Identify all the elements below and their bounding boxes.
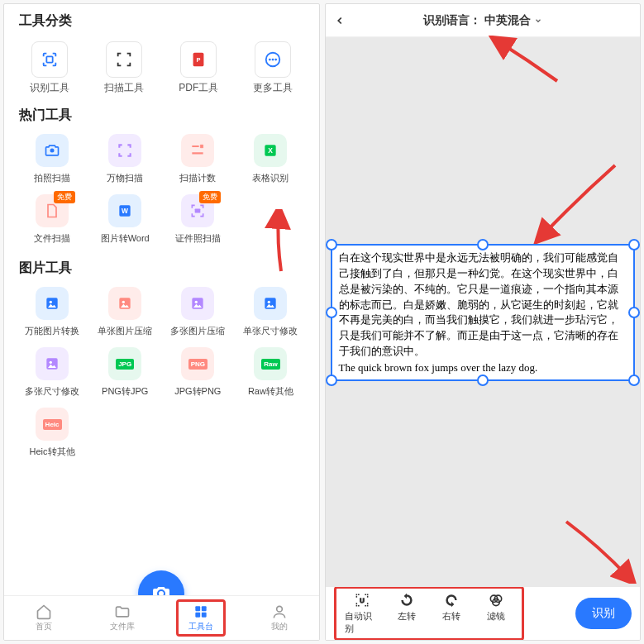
tool-label: 自动识别: [345, 610, 379, 635]
right-header: 识别语言： 中英混合: [326, 4, 641, 37]
svg-rect-28: [195, 613, 200, 618]
tool-rotate-right[interactable]: 右转: [434, 592, 469, 635]
img-tool-1[interactable]: 单张图片压缩: [88, 287, 161, 337]
nav-user[interactable]: 我的: [255, 603, 304, 632]
category-2[interactable]: PPDF工具: [165, 41, 231, 95]
crop-handle-tr[interactable]: [628, 239, 640, 250]
hot-tool-1[interactable]: 万物扫描: [88, 134, 161, 184]
hot-tool-2[interactable]: 扫描计数: [161, 134, 234, 184]
svg-text:P: P: [197, 56, 201, 64]
tool-label: 文件扫描: [34, 232, 70, 245]
hot-title: 热门工具: [4, 98, 319, 129]
count-icon: [181, 134, 214, 167]
img-tool-4[interactable]: 多张尺寸修改: [16, 347, 88, 398]
arrow-annotation: [532, 161, 623, 244]
scan-corners-icon: [106, 41, 142, 78]
image-tool-icon: [36, 347, 69, 380]
excel-icon: X: [254, 134, 287, 167]
nav-label: 文件库: [110, 621, 135, 632]
img-tool-2[interactable]: 多张图片压缩: [161, 287, 234, 337]
tool-label: 多张图片压缩: [170, 325, 225, 337]
img-tool-7[interactable]: RawRaw转其他: [234, 347, 307, 398]
more-icon: [255, 41, 291, 78]
tool-label: 左转: [398, 610, 416, 623]
tool-label: 拍照扫描: [34, 172, 70, 184]
svg-text:U: U: [360, 597, 364, 604]
idcard-icon: 免费: [181, 194, 214, 227]
image-tool-icon: [108, 287, 141, 320]
categories-row: 识别工具扫描工具PPDF工具更多工具: [4, 35, 319, 98]
arrow-annotation: [562, 518, 637, 584]
sample-text-cn: 白在这个现实世界中是永远无法被明确的，我们可能感觉自己接触到了白，但那只是一种幻…: [339, 250, 627, 360]
rotate-right-icon: [443, 592, 460, 608]
img-grid: 万能图片转换单张图片压缩多张图片压缩单张尺寸修改多张尺寸修改JPGPNG转JPG…: [4, 282, 319, 465]
tool-label: 万物扫描: [107, 172, 143, 184]
hot-tool-4[interactable]: 免费文件扫描: [16, 194, 88, 245]
image-tool-icon: [181, 287, 214, 320]
back-button[interactable]: [334, 15, 346, 26]
filter-icon: [488, 592, 504, 608]
svg-point-5: [272, 59, 274, 61]
folder-icon: [114, 603, 131, 620]
img-tool-5[interactable]: JPGPNG转JPG: [88, 347, 161, 398]
svg-point-23: [268, 301, 270, 303]
tool-label: Raw转其他: [248, 385, 293, 398]
nav-folder[interactable]: 文件库: [98, 603, 147, 632]
tool-auto[interactable]: U自动识别: [345, 592, 379, 635]
hot-tool-3[interactable]: X表格识别: [234, 134, 307, 184]
tool-rotate-left[interactable]: 左转: [389, 592, 424, 635]
crop-handle-br[interactable]: [628, 374, 640, 386]
tool-filter[interactable]: 滤镜: [479, 592, 513, 635]
toolbar-group-highlighted: U自动识别左转右转滤镜: [334, 586, 524, 641]
crop-handle-tl[interactable]: [326, 239, 337, 250]
language-select[interactable]: 中英混合: [484, 13, 531, 28]
auto-icon: U: [354, 592, 370, 608]
nav-grid[interactable]: 工具台: [176, 599, 226, 637]
camera-icon: [36, 134, 69, 167]
nav-home[interactable]: 首页: [19, 603, 69, 632]
svg-text:W: W: [122, 207, 128, 215]
nav-label: 首页: [36, 621, 52, 632]
file-icon: 免费: [36, 194, 69, 227]
right-toolbar: U自动识别左转右转滤镜 识别: [326, 587, 641, 640]
hot-tool-5[interactable]: W图片转Word: [88, 194, 161, 245]
svg-rect-29: [202, 613, 207, 618]
crop-handle-tm[interactable]: [477, 239, 489, 250]
free-badge: 免费: [54, 191, 75, 203]
scan-icon: [108, 134, 141, 167]
free-badge: 免费: [199, 191, 221, 203]
crop-selection[interactable]: 白在这个现实世界中是永远无法被明确的，我们可能感觉自己接触到了白，但那只是一种幻…: [331, 244, 636, 381]
hot-tool-6[interactable]: 免费证件照扫描: [161, 194, 234, 245]
sample-text-en: The quick brown fox jumps over the lazy …: [339, 361, 627, 374]
img-tool-8[interactable]: HeicHeic转其他: [16, 408, 88, 458]
category-label: 扫描工具: [104, 81, 144, 95]
svg-point-25: [50, 361, 52, 364]
img-tool-0[interactable]: 万能图片转换: [16, 287, 88, 337]
svg-point-4: [269, 59, 271, 61]
crop-handle-ml[interactable]: [326, 307, 337, 318]
recognize-button[interactable]: 识别: [575, 598, 632, 629]
img-tool-3[interactable]: 单张尺寸修改: [234, 287, 307, 337]
hot-tool-0[interactable]: 拍照扫描: [16, 134, 88, 184]
pdf-icon: P: [180, 41, 217, 78]
scan-frame-icon: [31, 41, 68, 78]
category-3[interactable]: 更多工具: [240, 41, 306, 95]
category-1[interactable]: 扫描工具: [91, 41, 157, 95]
img-tool-6[interactable]: PNGJPG转PNG: [161, 347, 234, 398]
image-tool-icon: Heic: [36, 408, 69, 441]
crop-canvas[interactable]: 白在这个现实世界中是永远无法被明确的，我们可能感觉自己接触到了白，但那只是一种幻…: [326, 37, 641, 587]
image-tool-icon: Raw: [254, 347, 287, 380]
crop-handle-bm[interactable]: [477, 374, 489, 386]
word-icon: W: [108, 194, 141, 227]
category-0[interactable]: 识别工具: [17, 41, 83, 95]
category-label: 更多工具: [253, 81, 293, 95]
svg-rect-26: [195, 606, 200, 611]
tool-label: 单张图片压缩: [98, 325, 152, 337]
tool-label: Heic转其他: [30, 446, 75, 458]
crop-handle-mr[interactable]: [628, 307, 640, 318]
bottom-navbar: 首页文件库工具台我的: [4, 595, 319, 640]
crop-handle-bl[interactable]: [326, 374, 337, 386]
tool-label: 图片转Word: [101, 232, 150, 245]
user-icon: [271, 603, 288, 620]
tool-label: 证件照扫描: [175, 232, 221, 245]
